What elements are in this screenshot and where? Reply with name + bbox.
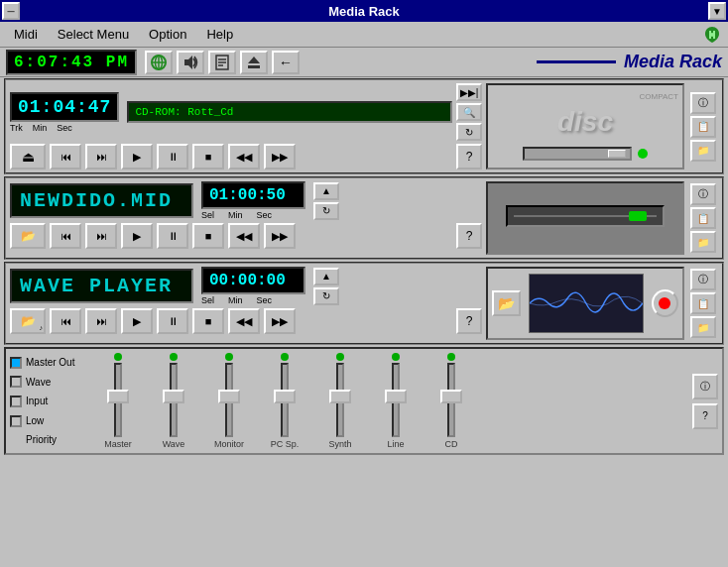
wave-min-label: Min bbox=[228, 295, 243, 305]
cd-search-btn[interactable]: 🔍 bbox=[456, 103, 482, 121]
midi-play-button[interactable]: ▶ bbox=[121, 223, 153, 249]
brand-line bbox=[537, 60, 616, 63]
fader-line-track bbox=[392, 363, 400, 437]
menu-help[interactable]: Help bbox=[196, 25, 243, 44]
midi-rew-button[interactable]: ◀◀ bbox=[228, 223, 260, 249]
eject-icon-btn[interactable] bbox=[240, 51, 268, 74]
wave-file-btn[interactable]: 📂 bbox=[492, 290, 521, 316]
cb-low-label: Low bbox=[26, 415, 44, 426]
svg-marker-5 bbox=[184, 56, 192, 69]
wave-refresh-btn[interactable]: ↻ bbox=[313, 287, 339, 305]
dropdown-button[interactable]: ▼ bbox=[708, 2, 726, 20]
cb-master-out-box[interactable] bbox=[10, 357, 22, 369]
cd-nexttrack-button[interactable]: ⏭ bbox=[85, 144, 117, 170]
wave-fwd-button[interactable]: ▶▶ bbox=[264, 308, 296, 334]
fader-pcsp-label: PC Sp. bbox=[271, 439, 300, 449]
mixer-section: Master Out Wave Input Low Priority Maste… bbox=[4, 347, 724, 455]
cd-play-button[interactable]: ▶ bbox=[121, 144, 153, 170]
mixer-info-button[interactable]: ⓘ bbox=[692, 374, 718, 399]
cd-eject-button[interactable]: ⏏ bbox=[10, 144, 46, 170]
cd-next-btn[interactable]: ▶▶| bbox=[456, 83, 482, 101]
wave-help-button[interactable]: ? bbox=[456, 308, 482, 334]
wave-folder-button[interactable]: 📁 bbox=[690, 316, 716, 338]
wave-rew-button[interactable]: ◀◀ bbox=[228, 308, 260, 334]
cd-player-block: 01:04:47 Trk Min Sec CD-ROM: Rott_Cd ▶▶|… bbox=[4, 78, 724, 174]
wave-record-button[interactable] bbox=[652, 289, 678, 317]
cd-folder-button[interactable]: 📁 bbox=[690, 140, 716, 162]
wave-stop-button[interactable]: ■ bbox=[192, 308, 224, 334]
midi-prevtrack-button[interactable]: ⏮ bbox=[50, 223, 81, 249]
wave-pause-button[interactable]: ⏸ bbox=[157, 308, 188, 334]
cd-fwd-button[interactable]: ▶▶ bbox=[264, 144, 296, 170]
fader-pcsp: PC Sp. bbox=[260, 353, 309, 449]
cd-min-label: Min bbox=[33, 123, 48, 133]
midi-fwd-button[interactable]: ▶▶ bbox=[264, 223, 296, 249]
wave-load-button[interactable]: 📂 ♪ bbox=[10, 308, 46, 334]
mixer-help-button[interactable]: ? bbox=[692, 403, 718, 429]
cd-tray-button[interactable] bbox=[608, 150, 626, 158]
notes-icon-btn[interactable] bbox=[208, 51, 236, 74]
midi-up-btn[interactable]: ▲ bbox=[313, 182, 339, 200]
wave-nexttrack-button[interactable]: ⏭ bbox=[85, 308, 117, 334]
menu-option[interactable]: Option bbox=[139, 25, 196, 44]
wave-play-button[interactable]: ▶ bbox=[121, 308, 153, 334]
fader-master-thumb[interactable] bbox=[107, 390, 129, 403]
midi-stop-button[interactable]: ■ bbox=[192, 223, 224, 249]
fader-line-thumb[interactable] bbox=[385, 390, 407, 403]
cb-input-box[interactable] bbox=[10, 396, 22, 407]
cd-copy-button[interactable]: 📋 bbox=[690, 116, 716, 138]
wave-prevtrack-button[interactable]: ⏮ bbox=[50, 308, 81, 334]
midi-copy-button[interactable]: 📋 bbox=[690, 207, 716, 229]
cd-pause-button[interactable]: ⏸ bbox=[157, 144, 188, 170]
wave-player-left: WAVE PLAYER 00:00:00 Sel Min Sec ▲ ↻ 📂 ♪… bbox=[10, 267, 482, 340]
cb-wave-box[interactable] bbox=[10, 376, 22, 388]
globe-icon-btn[interactable] bbox=[145, 51, 173, 74]
menu-select[interactable]: Select Menu bbox=[48, 25, 139, 44]
fader-pcsp-thumb[interactable] bbox=[274, 390, 296, 403]
wave-up-btn[interactable]: ▲ bbox=[313, 268, 339, 285]
fader-cd-thumb[interactable] bbox=[440, 390, 462, 403]
cd-prevtrack-button[interactable]: ⏮ bbox=[50, 144, 81, 170]
cb-wave: Wave bbox=[10, 376, 89, 388]
speaker-icon-btn[interactable] bbox=[177, 51, 204, 74]
menu-midi[interactable]: Midi bbox=[4, 25, 48, 44]
fader-wave: Wave bbox=[149, 353, 198, 449]
wave-transport: 📂 ♪ ⏮ ⏭ ▶ ⏸ ■ ◀◀ ▶▶ ? bbox=[10, 308, 482, 334]
minimize-button[interactable]: ─ bbox=[2, 2, 20, 20]
midi-refresh-btn[interactable]: ↻ bbox=[313, 202, 339, 220]
cd-refresh-btn[interactable]: ↻ bbox=[456, 123, 482, 141]
fader-line: Line bbox=[371, 353, 421, 449]
fader-pcsp-led bbox=[281, 353, 289, 361]
wave-viz-panel: 📂 bbox=[486, 267, 684, 340]
wave-display-row: WAVE PLAYER 00:00:00 Sel Min Sec ▲ ↻ bbox=[10, 267, 482, 305]
fader-synth: Synth bbox=[315, 353, 365, 449]
cd-disc-text: disc bbox=[557, 106, 613, 138]
wave-side-controls: ▲ ↻ bbox=[313, 268, 339, 305]
midi-folder-button[interactable]: 📁 bbox=[690, 231, 716, 253]
cd-info-button[interactable]: ⓘ bbox=[690, 92, 716, 114]
wave-copy-button[interactable]: 📋 bbox=[690, 292, 716, 314]
cb-low-box[interactable] bbox=[10, 415, 22, 427]
cd-rew-button[interactable]: ◀◀ bbox=[228, 144, 260, 170]
midi-info-button[interactable]: ⓘ bbox=[690, 183, 716, 205]
wave-info-button[interactable]: ⓘ bbox=[690, 269, 716, 290]
fader-synth-led bbox=[336, 353, 344, 361]
back-icon-btn[interactable]: ← bbox=[272, 51, 300, 74]
midi-pause-button[interactable]: ⏸ bbox=[157, 223, 188, 249]
midi-tape-slot bbox=[506, 205, 665, 227]
fader-wave-thumb[interactable] bbox=[163, 390, 184, 403]
cd-help-button[interactable]: ? bbox=[456, 144, 482, 170]
cd-stop-button[interactable]: ■ bbox=[192, 144, 224, 170]
cb-master-out: Master Out bbox=[10, 357, 89, 369]
fader-wave-led bbox=[170, 353, 178, 361]
fader-monitor-thumb[interactable] bbox=[218, 390, 240, 403]
midi-load-button[interactable]: 📂 bbox=[10, 223, 46, 249]
fader-master-led bbox=[114, 353, 122, 361]
fader-synth-thumb[interactable] bbox=[329, 390, 351, 403]
cd-side-controls: ▶▶| 🔍 ↻ bbox=[456, 83, 482, 141]
cb-wave-label: Wave bbox=[26, 377, 51, 388]
midi-help-button[interactable]: ? bbox=[456, 223, 482, 249]
wave-right-panel: ⓘ 📋 📁 bbox=[688, 267, 718, 340]
midi-nexttrack-button[interactable]: ⏭ bbox=[85, 223, 117, 249]
fader-pcsp-track bbox=[281, 363, 289, 437]
